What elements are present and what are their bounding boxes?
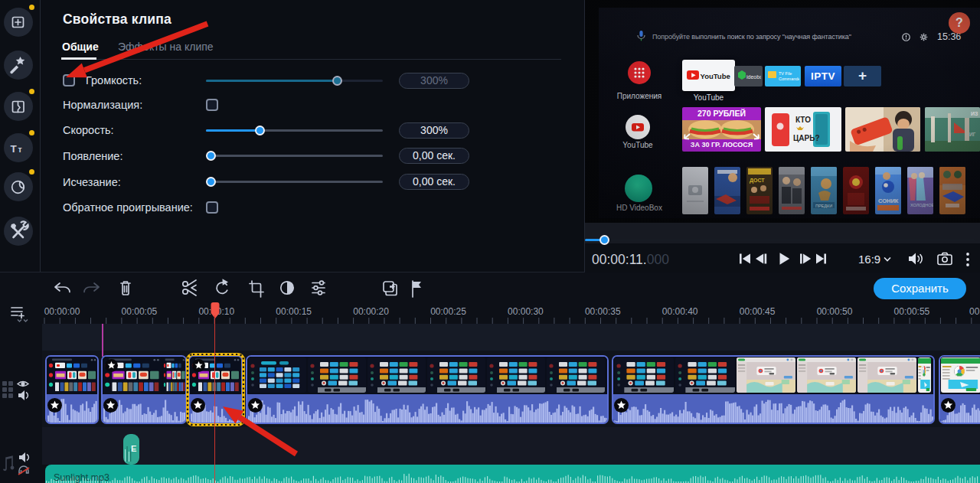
svg-text:T: T (11, 143, 18, 155)
svg-text:т: т (18, 145, 22, 154)
